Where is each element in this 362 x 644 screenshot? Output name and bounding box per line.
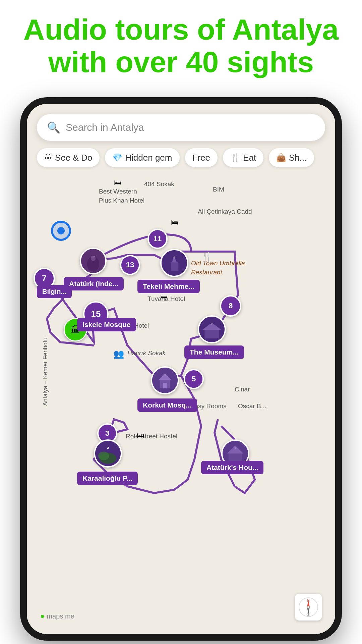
kemer-ferry-label: Antalya – Kemer Feribotu	[42, 337, 49, 406]
oscar-label: Oscar B...	[238, 402, 266, 410]
label-korkut: Korkut Mosq...	[137, 398, 197, 412]
404-sokak-label: 404 Sokak	[144, 180, 174, 188]
filter-eat-label: Eat	[243, 153, 256, 163]
phone-screen: 🔍 Search in Antalya 🏛 See & Do 💎 Hidden …	[27, 104, 335, 634]
filter-hidden-gem[interactable]: 💎 Hidden gem	[105, 148, 179, 167]
pin-9[interactable]: 9	[160, 249, 188, 277]
svg-rect-35	[163, 383, 167, 388]
pin-4[interactable]: 4	[151, 366, 179, 394]
hidden-gem-icon: 💎	[112, 153, 122, 162]
pin-5[interactable]: 5	[184, 369, 204, 389]
label-museum: The Museum...	[184, 345, 244, 359]
pin-13[interactable]: 13	[120, 255, 140, 275]
filter-shop-label: Sh...	[289, 153, 307, 163]
filter-see-do[interactable]: 🏛 See & Do	[37, 148, 100, 167]
location-dot	[57, 227, 65, 234]
restaurant-icon: 🍴	[201, 252, 213, 263]
hotel-icon-2: 🛏	[171, 218, 178, 227]
pin-11-number: 11	[154, 234, 162, 243]
pin-8[interactable]: 8	[220, 295, 241, 317]
filter-bar: 🏛 See & Do 💎 Hidden gem Free 🍴 Eat 👜 Sh.…	[34, 146, 335, 169]
shop-icon: 👜	[276, 153, 286, 162]
filter-free-label: Free	[192, 153, 210, 163]
pin-7-museum[interactable]: 7	[198, 315, 226, 343]
bim-label: BIM	[213, 186, 224, 193]
label-karaali: Karaalioğlu P...	[77, 472, 138, 485]
app-logo: ● maps.me	[40, 612, 74, 621]
old-town-restaurant-label: Old Town UmbrellaRestaurant	[191, 259, 245, 277]
pin-11[interactable]: 11	[147, 229, 168, 249]
svg-point-22	[91, 256, 96, 261]
hidirik-sokak-label: Hıdırık Sokak	[127, 350, 166, 357]
hotel-icon-5: 🛏	[137, 431, 144, 440]
svg-text:S: S	[307, 613, 310, 616]
compass: S N	[295, 594, 322, 621]
header-section: Audio tours of Antalya with over 40 sigh…	[0, 0, 362, 89]
pin-15-number: 15	[91, 309, 101, 319]
hotel-icon-1: 🛏	[114, 178, 121, 187]
label-ataturk: Atatürk (Inde...	[64, 277, 124, 290]
page-title: Audio tours of Antalya with over 40 sigh…	[20, 13, 342, 78]
pin-13-number: 13	[126, 261, 134, 269]
phone-frame: 🔍 Search in Antalya 🏛 See & Do 💎 Hidden …	[20, 97, 342, 641]
svg-rect-25	[171, 262, 178, 271]
search-icon: 🔍	[47, 121, 60, 134]
user-location-marker	[51, 221, 71, 241]
pin-16[interactable]: 16	[80, 248, 107, 274]
pin-8-number: 8	[229, 302, 233, 310]
hotel-best-western-label: Best WesternPlus Khan Hotel	[99, 187, 144, 205]
filter-eat[interactable]: 🍴 Eat	[223, 148, 263, 167]
svg-rect-29	[204, 329, 219, 338]
pin-5-number: 5	[192, 375, 196, 383]
role-hostel-label: Role Street Hostel	[126, 433, 177, 440]
filter-shop[interactable]: 👜 Sh...	[269, 148, 314, 167]
svg-text:N: N	[307, 599, 309, 602]
eat-icon: 🍴	[230, 153, 240, 162]
search-placeholder: Search in Antalya	[66, 122, 144, 133]
cinar-label: Cinar	[235, 386, 250, 393]
label-iskele: Iskele Mosque	[77, 318, 136, 331]
filter-see-do-label: See & Do	[55, 153, 92, 163]
svg-text:2: 2	[107, 446, 109, 449]
label-ataturk-house: Atatürk's Hou...	[201, 461, 263, 474]
people-icon: 👥	[113, 349, 124, 359]
svg-point-39	[98, 452, 109, 460]
pin-3-number: 3	[105, 429, 109, 438]
search-bar[interactable]: 🔍 Search in Antalya	[37, 114, 325, 141]
label-tekeli: Tekeli Mehme...	[137, 280, 200, 293]
hotel-icon-3: 🛏	[160, 292, 168, 301]
filter-free[interactable]: Free	[185, 148, 218, 167]
filter-hidden-gem-label: Hidden gem	[125, 153, 172, 163]
pin-2[interactable]: 2	[94, 439, 122, 468]
see-do-icon: 🏛	[44, 153, 52, 162]
ali-cetinkaya-label: Ali Çetinkaya Cadd	[198, 208, 252, 215]
pin-7-left-number: 7	[42, 274, 46, 283]
